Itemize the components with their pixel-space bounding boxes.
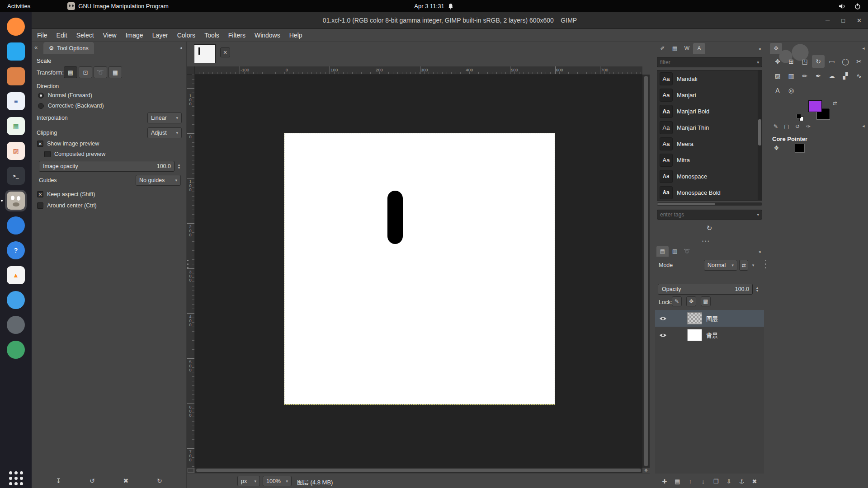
image-opacity-slider[interactable]: Image opacity 100.0 bbox=[39, 161, 175, 172]
tab-layers-icon[interactable]: ▤ bbox=[656, 246, 669, 257]
titlebar[interactable]: 01.xcf-1.0 (RGB color 8-bit gamma intege… bbox=[32, 12, 868, 29]
minimize-button[interactable]: ─ bbox=[826, 17, 830, 24]
volume-icon[interactable] bbox=[839, 3, 846, 9]
panel-resize-handle[interactable] bbox=[765, 260, 767, 272]
menu-view[interactable]: View bbox=[99, 30, 121, 41]
tab-scroll-left-button[interactable]: « bbox=[34, 44, 38, 51]
foreground-color-swatch[interactable] bbox=[808, 100, 822, 112]
menu-filters[interactable]: Filters bbox=[224, 30, 250, 41]
tab-undo-history-icon[interactable]: ↺ bbox=[792, 121, 803, 132]
canvas-viewport[interactable] bbox=[195, 75, 642, 468]
dock-music-icon[interactable] bbox=[5, 289, 27, 311]
switch-mode-group-button[interactable]: ⇄ bbox=[739, 260, 748, 271]
font-list-item[interactable]: AaMitra bbox=[657, 152, 762, 168]
font-filter-field[interactable]: ▾ bbox=[657, 57, 762, 67]
dock-libreoffice-impress-icon[interactable]: ▨ bbox=[5, 140, 27, 162]
layer-mode-dropdown[interactable]: Normal▾ bbox=[704, 260, 737, 271]
lower-layer-button[interactable]: ↓ bbox=[698, 476, 708, 486]
font-list-scrollbar[interactable] bbox=[758, 70, 762, 200]
composited-preview-checkbox[interactable]: Composited preview bbox=[44, 151, 105, 157]
eye-icon[interactable] bbox=[659, 333, 667, 338]
save-tool-preset-button[interactable]: ↧ bbox=[53, 475, 64, 486]
swap-colors-icon[interactable]: ⇄ bbox=[833, 100, 837, 106]
scrollbar-thumb[interactable] bbox=[657, 203, 715, 205]
reset-tool-options-button[interactable]: ↻ bbox=[154, 475, 165, 486]
font-tags-input[interactable] bbox=[660, 211, 755, 218]
close-button[interactable]: ✕ bbox=[857, 17, 862, 24]
activities-button[interactable]: Activities bbox=[0, 3, 38, 9]
new-layer-group-button[interactable]: ▤ bbox=[672, 476, 682, 486]
close-image-icon[interactable]: ✕ bbox=[220, 47, 230, 57]
vertical-scrollbar[interactable] bbox=[642, 75, 650, 468]
menu-file[interactable]: File bbox=[33, 30, 52, 41]
clipping-dropdown[interactable]: Adjust▾ bbox=[147, 127, 182, 138]
tab-toolbox-icon[interactable]: ✥ bbox=[770, 43, 782, 54]
free-select-tool[interactable]: ✂ bbox=[853, 55, 865, 68]
app-grid-icon[interactable] bbox=[9, 471, 23, 485]
panel-menu-button[interactable]: ◂ bbox=[177, 44, 184, 51]
paintbrush-tool[interactable]: ✒ bbox=[812, 70, 825, 82]
ellipse-select-tool[interactable]: ◯ bbox=[839, 55, 852, 68]
font-list-item[interactable]: AaMonospace Bold bbox=[657, 184, 762, 201]
menu-layer[interactable]: Layer bbox=[148, 30, 173, 41]
zoom-dropdown[interactable]: 100%▾ bbox=[263, 476, 292, 486]
menu-windows[interactable]: Windows bbox=[250, 30, 285, 41]
anchor-layer-button[interactable]: ⚓ bbox=[737, 476, 747, 486]
delete-layer-button[interactable]: ✖ bbox=[750, 476, 760, 486]
font-list-item[interactable]: AaManjari bbox=[657, 87, 762, 103]
lock-pixels-button[interactable]: ✎ bbox=[672, 296, 682, 306]
horizontal-ruler[interactable]: -1000100200300400500600700 bbox=[195, 66, 642, 75]
tab-brush-editor-icon[interactable]: ✑ bbox=[803, 121, 814, 132]
dock-vscode-icon[interactable] bbox=[5, 41, 27, 62]
font-list-item[interactable]: AaMonospace bbox=[657, 168, 762, 184]
gradient-tool[interactable]: ▥ bbox=[785, 70, 797, 82]
dock-software-store-icon[interactable] bbox=[5, 339, 27, 361]
transform-path-button[interactable]: ➰ bbox=[94, 66, 107, 78]
dock-libreoffice-writer-icon[interactable]: ≡ bbox=[5, 90, 27, 112]
font-list-hscrollbar[interactable] bbox=[657, 202, 762, 206]
image-opacity-spinner[interactable]: ▲▼ bbox=[176, 161, 182, 172]
tab-tool-options[interactable]: ⚙ Tool Options bbox=[43, 42, 94, 54]
dock-vlc-icon[interactable]: ▲ bbox=[5, 264, 27, 286]
font-list-item[interactable]: AaMeera bbox=[657, 136, 762, 152]
transform-selection-button[interactable]: ⊡ bbox=[79, 66, 92, 78]
tab-mypaint-brushes-icon[interactable]: W bbox=[681, 43, 693, 54]
image-canvas[interactable] bbox=[284, 133, 555, 404]
menu-colors[interactable]: Colors bbox=[173, 30, 200, 41]
menu-select[interactable]: Select bbox=[72, 30, 99, 41]
direction-option-1[interactable]: Corrective (Backward) bbox=[38, 103, 104, 109]
menu-edit[interactable]: Edit bbox=[52, 30, 72, 41]
show-image-preview-checkbox[interactable]: Show image preview bbox=[37, 141, 99, 147]
focused-app-indicator[interactable]: GNU Image Manipulation Program bbox=[67, 2, 168, 10]
restore-tool-preset-button[interactable]: ↺ bbox=[87, 475, 98, 486]
font-list-item[interactable]: AaManjari Thin bbox=[657, 119, 762, 136]
horizontal-scrollbar[interactable] bbox=[195, 468, 642, 473]
font-list-item[interactable]: AaMandali bbox=[657, 70, 762, 87]
around-center-checkbox[interactable]: Around center (Ctrl) bbox=[37, 202, 97, 209]
device-color-swatch[interactable] bbox=[795, 144, 805, 153]
eye-icon[interactable] bbox=[659, 316, 667, 321]
bucket-fill-tool[interactable]: ▨ bbox=[771, 70, 784, 82]
menu-image[interactable]: Image bbox=[121, 30, 148, 41]
merge-down-button[interactable]: ⇩ bbox=[724, 476, 734, 486]
tab-brushes-icon[interactable]: ✐ bbox=[656, 43, 669, 54]
panel-menu-button[interactable]: ◂ bbox=[756, 248, 763, 255]
panel-menu-button[interactable]: ◂ bbox=[860, 122, 867, 129]
active-tool-icon[interactable]: ✥ bbox=[774, 145, 779, 151]
dock-settings-icon[interactable] bbox=[5, 314, 27, 336]
font-list-item[interactable]: AaManjari Bold bbox=[657, 103, 762, 119]
menu-help[interactable]: Help bbox=[285, 30, 307, 41]
layer-row[interactable]: 背景 bbox=[655, 327, 764, 343]
dock-gimp-icon[interactable] bbox=[5, 190, 27, 211]
raise-layer-button[interactable]: ↑ bbox=[685, 476, 695, 486]
lock-alpha-button[interactable]: ▩ bbox=[701, 296, 711, 306]
rectangle-select-tool[interactable]: ▭ bbox=[826, 55, 838, 68]
smudge-tool[interactable]: ∿ bbox=[853, 70, 865, 82]
dock-libreoffice-calc-icon[interactable]: ▦ bbox=[5, 115, 27, 137]
layer-opacity-spinner[interactable]: ▲▼ bbox=[755, 284, 760, 295]
unit-dropdown[interactable]: px▾ bbox=[237, 476, 260, 486]
clock[interactable]: Apr 3 11:31 bbox=[414, 3, 444, 9]
text-tool[interactable]: A bbox=[771, 84, 784, 97]
duplicate-layer-button[interactable]: ❐ bbox=[711, 476, 721, 486]
lock-position-button[interactable]: ✥ bbox=[686, 296, 696, 306]
